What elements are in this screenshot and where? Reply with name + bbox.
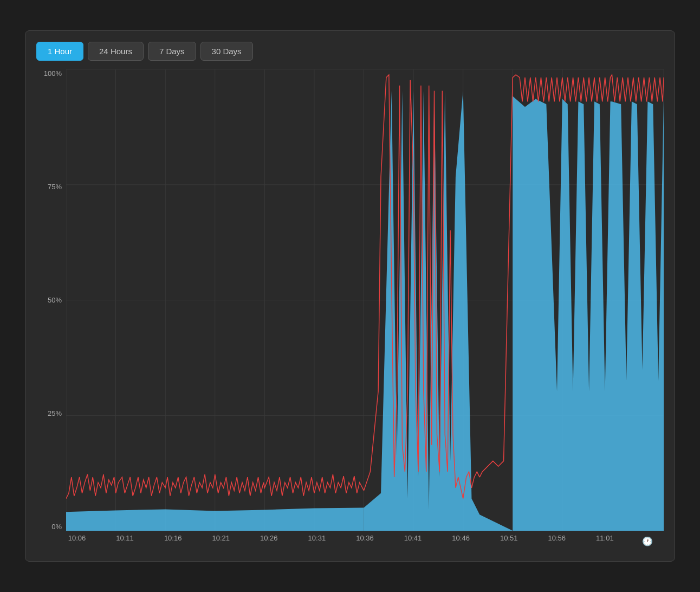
toolbar: 1 Hour 24 Hours 7 Days 30 Days	[36, 42, 664, 61]
svg-marker-19	[364, 91, 513, 531]
svg-marker-18	[66, 507, 364, 531]
y-label-100: 100%	[36, 69, 66, 78]
chart-right: 10:06 10:11 10:16 10:21 10:26 10:31 10:3…	[66, 69, 664, 550]
x-label-1: 10:11	[114, 534, 136, 542]
x-axis: 10:06 10:11 10:16 10:21 10:26 10:31 10:3…	[66, 531, 664, 550]
y-label-75: 75%	[36, 183, 66, 191]
btn-1hour[interactable]: 1 Hour	[36, 42, 83, 61]
chart-svg	[66, 69, 664, 531]
x-label-6: 10:36	[354, 534, 375, 542]
svg-wrapper	[66, 69, 664, 531]
x-label-5: 10:31	[306, 534, 328, 542]
y-label-50: 50%	[36, 296, 66, 304]
x-label-4: 10:26	[258, 534, 280, 542]
y-axis: 100% 75% 50% 25% 0%	[36, 69, 66, 550]
btn-24hours[interactable]: 24 Hours	[88, 42, 144, 61]
x-label-9: 10:51	[498, 534, 520, 542]
x-label-3: 10:21	[210, 534, 232, 542]
x-label-10: 10:56	[546, 534, 568, 542]
y-label-25: 25%	[36, 409, 66, 417]
x-label-0: 10:06	[66, 534, 88, 542]
btn-7days[interactable]: 7 Days	[148, 42, 196, 61]
x-label-7: 10:41	[402, 534, 424, 542]
btn-30days[interactable]: 30 Days	[200, 42, 253, 61]
clock-icon: 🕐	[642, 534, 653, 546]
chart-container: 1 Hour 24 Hours 7 Days 30 Days 100% 75% …	[25, 30, 675, 562]
x-label-11: 11:01	[594, 534, 615, 542]
svg-marker-20	[513, 96, 664, 531]
chart-area: 100% 75% 50% 25% 0%	[36, 69, 664, 550]
x-label-2: 10:16	[162, 534, 184, 542]
y-label-0: 0%	[36, 523, 66, 531]
x-label-8: 10:46	[450, 534, 472, 542]
